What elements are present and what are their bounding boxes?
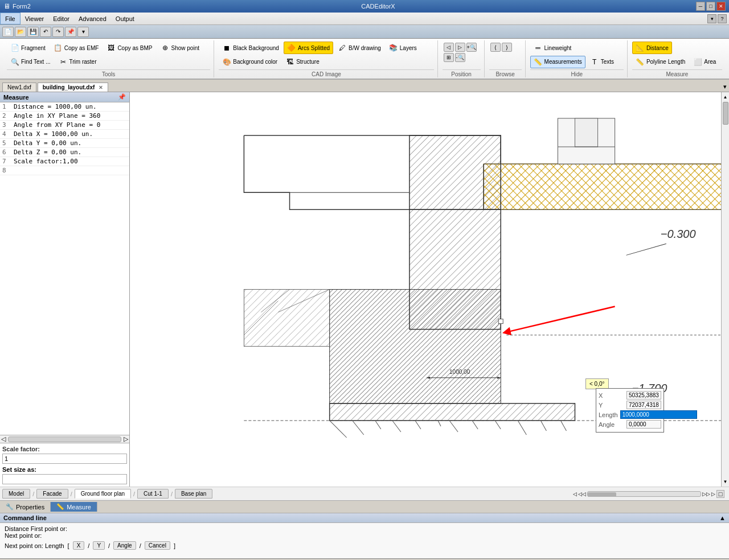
doc-tab-building[interactable]: building_layout.dxf ✕ [38,83,108,92]
copy-bmp-button[interactable]: 🖼 Copy as BMP [103,42,155,54]
minimize-button[interactable]: ─ [696,2,705,11]
canvas-area[interactable]: −0.300 −1.700 1000,00 < 0,0° X [130,92,729,487]
v-scroll-up[interactable]: ▲ [722,93,729,101]
zoom-in[interactable]: +🔍 [466,43,477,52]
qa-open[interactable]: 📂 [15,27,26,37]
scale-factor-input[interactable] [2,454,127,464]
doc-tab-new1[interactable]: New1.dxf [2,83,36,92]
area-button[interactable]: ⬜ Area [690,56,719,68]
browse-fwd[interactable]: ⟩ [502,43,512,52]
ribbon-content: 📄 Fragment 📋 Copy as EMF 🖼 Copy as BMP ⊕… [0,39,729,79]
canvas-corner-button[interactable]: □ [716,490,724,498]
set-size-input[interactable] [2,474,127,484]
bw-drawing-icon: 🖊 [338,43,347,52]
menu-viewer[interactable]: Viewer [21,13,48,24]
qa-save[interactable]: 💾 [27,27,39,37]
canvas-scroll-prev[interactable]: ◁◁ [578,491,586,497]
menu-editor[interactable]: Editor [48,13,74,24]
show-point-button[interactable]: ⊕ Show point [157,42,203,54]
view-tab-base-plan[interactable]: Base plan [175,489,212,499]
browse-back[interactable]: ⟨ [490,43,501,52]
menu-output[interactable]: Output [111,13,139,24]
measure-row-5: 5 Delta Y = 0,00 un. [0,139,129,148]
zoom-fit[interactable]: ⊞ [444,53,454,62]
h-scroll-left[interactable]: ◁ [1,435,6,443]
help-button[interactable]: ? [718,14,727,23]
bg-color-button[interactable]: 🎨 Background color [219,56,281,68]
qa-redo[interactable]: ↷ [52,27,64,37]
view-tab-facade[interactable]: Facade [36,489,68,499]
window-controls: ─ □ ✕ [696,2,726,11]
cmd-slash-1: / [88,542,89,549]
hide-buttons: ═ Lineweight 📏 Measurements T Texts [530,40,624,69]
command-area: Command line ▲ Distance First point or: … [0,513,729,558]
command-collapse[interactable]: ▲ [719,514,726,521]
qa-new[interactable]: 📄 [2,27,14,37]
cmd-bracket-open: [ [68,542,69,549]
h-scroll-thumb[interactable] [8,437,121,442]
maximize-button[interactable]: □ [706,2,715,11]
browse-label: Browse [489,69,522,77]
cmd-option-y[interactable]: Y [93,541,105,550]
trim-raster-button[interactable]: ✂ Trim raster [55,56,100,68]
find-text-button[interactable]: 🔍 Find Text ... [7,56,54,68]
position-buttons: ◁ ▷ +🔍 ⊞ -🔍 [443,40,481,69]
fragment-button[interactable]: 📄 Fragment [7,42,49,54]
structure-button[interactable]: 🏗 Structure [282,56,323,68]
menu-advanced[interactable]: Advanced [74,13,111,24]
lineweight-button[interactable]: ═ Lineweight [530,42,575,54]
tabs-scroll[interactable]: ▾ [721,82,729,92]
measurements-button[interactable]: 📏 Measurements [530,56,585,68]
copy-emf-icon: 📋 [54,43,63,52]
view-tab-cut-1-1[interactable]: Cut 1-1 [137,489,169,499]
bw-drawing-button[interactable]: 🖊 B/W drawing [334,42,384,54]
pos-right[interactable]: ▷ [455,43,465,52]
cad-image-buttons: ◼ Black Background 🔶 Arcs Splitted 🖊 B/W… [219,40,433,69]
view-tab-model[interactable]: Model [2,489,30,499]
measure-tab[interactable]: 📏 Measure [51,502,97,512]
qa-undo[interactable]: ↶ [40,27,51,37]
svg-rect-43 [498,319,503,324]
qa-dropdown[interactable]: ▾ [77,27,89,37]
cmd-option-x[interactable]: X [73,541,85,550]
canvas-scroll-right[interactable]: ▷ [711,491,715,497]
canvas-h-thumb[interactable] [588,492,616,497]
properties-tab[interactable]: 🔧 Properties [0,502,51,512]
menu-file[interactable]: File [0,13,21,24]
cmd-option-cancel[interactable]: Cancel [145,541,170,550]
canvas-h-scroll[interactable]: ◁ ◁◁ ▷▷ ▷ □ [573,490,727,498]
measure-icon: 📏 [56,503,64,510]
texts-button[interactable]: T Texts [587,56,617,68]
view-tab-ground-floor[interactable]: Ground floor plan [75,489,131,499]
arcs-splitted-button[interactable]: 🔶 Arcs Splitted [284,42,333,54]
h-scroll-right[interactable]: ▷ [124,435,128,443]
view-tab-separator-4: / [171,491,173,497]
pos-left[interactable]: ◁ [444,43,454,52]
qa-pin[interactable]: 📌 [65,27,76,37]
polyline-length-button[interactable]: 📏 Polyline Length [632,56,689,68]
distance-button[interactable]: 📐 Distance [632,42,672,54]
ribbon-group-position: ◁ ▷ +🔍 ⊞ -🔍 Position [439,40,485,77]
view-tab-separator-2: / [71,491,72,497]
svg-text:−0.300: −0.300 [661,228,696,240]
doc-tab-close-building[interactable]: ✕ [99,85,103,90]
layers-button[interactable]: 📚 Layers [386,42,420,54]
black-bg-button[interactable]: ◼ Black Background [219,42,282,54]
canvas-h-scrollbar[interactable] [587,491,701,497]
canvas-scroll-next[interactable]: ▷▷ [702,491,710,497]
copy-emf-button[interactable]: 📋 Copy as EMF [50,42,103,54]
ribbon-minimize-button[interactable]: ▾ [707,14,716,23]
measure-length-input[interactable] [620,410,697,419]
v-scrollbar[interactable]: ▲ ▼ [721,92,729,487]
black-bg-icon: ◼ [222,43,231,52]
v-scroll-thumb[interactable] [723,102,728,125]
zoom-out[interactable]: -🔍 [455,53,465,62]
measure-panel-pin[interactable]: 📌 [118,93,126,101]
canvas-scroll-left[interactable]: ◁ [573,491,577,497]
svg-text:1000,00: 1000,00 [449,369,470,375]
h-scrollbar[interactable]: ◁ ▷ [0,435,129,443]
polyline-length-icon: 📏 [636,57,645,67]
v-scroll-down[interactable]: ▼ [722,478,729,485]
close-button[interactable]: ✕ [716,2,726,11]
cmd-option-angle[interactable]: Angle [113,541,136,550]
